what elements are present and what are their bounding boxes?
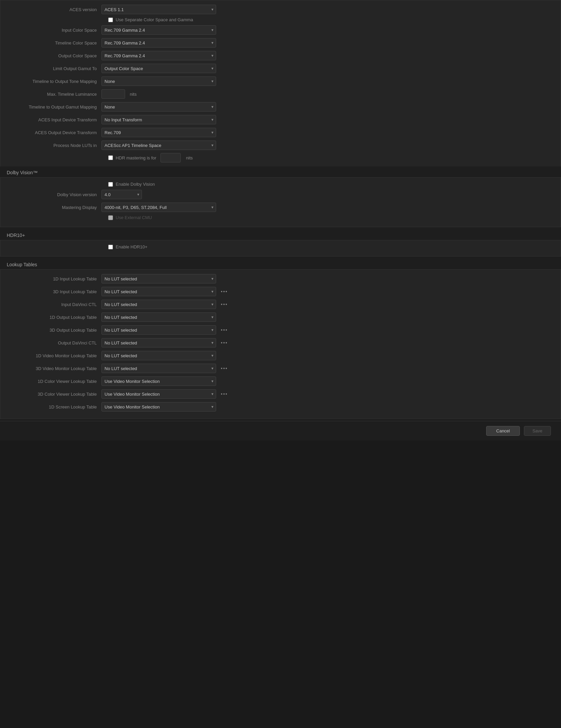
- luminance-nits-label: nits: [130, 92, 137, 97]
- lut-row-label-6: 1D Video Monitor Lookup Table: [7, 353, 101, 358]
- mastering-display-select-wrapper: 4000-nit, P3, D65, ST.2084, Full: [101, 203, 216, 212]
- lut-select-9[interactable]: Use Video Monitor Selection: [101, 389, 216, 399]
- max-timeline-luminance-row: Max. Timeline Luminance 100 nits: [7, 89, 554, 99]
- lut-select-2[interactable]: No LUT selected: [101, 300, 216, 309]
- aces-output-device-label: ACES Output Device Transform: [7, 130, 101, 135]
- timeline-tone-mapping-select[interactable]: None: [101, 77, 216, 86]
- enable-hdr10-checkbox[interactable]: [108, 245, 113, 249]
- limit-output-gamut-select-wrapper: Output Color Space: [101, 64, 216, 73]
- lut-settings-panel: 1D Input Lookup TableNo LUT selected3D I…: [0, 269, 561, 419]
- lut-row-label-8: 1D Color Viewer Lookup Table: [7, 379, 101, 384]
- aces-output-device-select[interactable]: Rec.709: [101, 128, 216, 137]
- dolby-version-label: Dolby Vision version: [7, 192, 101, 197]
- aces-output-device-control: Rec.709: [101, 128, 216, 137]
- enable-hdr10-row: Enable HDR10+: [7, 244, 554, 249]
- lut-select-0[interactable]: No LUT selected: [101, 274, 216, 283]
- save-button[interactable]: Save: [524, 426, 551, 436]
- timeline-gamut-mapping-label: Timeline to Output Gamut Mapping: [7, 104, 101, 110]
- use-external-cmu-label: Use External CMU: [116, 215, 152, 220]
- lut-row-label-7: 3D Video Monitor Lookup Table: [7, 366, 101, 371]
- output-color-space-row: Output Color Space Rec.709 Gamma 2.4: [7, 51, 554, 61]
- enable-dolby-row: Enable Dolby Vision: [7, 182, 554, 187]
- process-node-luts-select[interactable]: ACEScc AP1 Timeline Space: [101, 141, 216, 150]
- lut-row-label-0: 1D Input Lookup Table: [7, 276, 101, 281]
- lut-row-0: 1D Input Lookup TableNo LUT selected: [7, 274, 554, 284]
- dolby-settings-panel: Enable Dolby Vision Dolby Vision version…: [0, 177, 561, 227]
- mastering-display-control: 4000-nit, P3, D65, ST.2084, Full: [101, 203, 216, 212]
- separate-color-checkbox[interactable]: [108, 18, 113, 22]
- timeline-tone-mapping-label: Timeline to Output Tone Mapping: [7, 79, 101, 84]
- output-color-space-select-wrapper: Rec.709 Gamma 2.4: [101, 51, 216, 60]
- aces-input-device-select-wrapper: No Input Transform: [101, 115, 216, 124]
- lut-row-label-5: Output DaVinci CTL: [7, 340, 101, 345]
- hdr-mastering-checkbox[interactable]: [108, 155, 113, 160]
- lut-select-8[interactable]: Use Video Monitor Selection: [101, 376, 216, 386]
- enable-dolby-checkbox[interactable]: [108, 182, 113, 187]
- aces-input-device-control: No Input Transform: [101, 115, 216, 124]
- lut-select-1[interactable]: No LUT selected: [101, 287, 216, 296]
- input-color-space-select[interactable]: Rec.709 Gamma 2.4: [101, 25, 216, 35]
- limit-output-gamut-control: Output Color Space: [101, 64, 216, 73]
- hdr-mastering-label: HDR mastering is for: [116, 155, 156, 160]
- enable-dolby-label: Enable Dolby Vision: [116, 182, 155, 187]
- mastering-display-select[interactable]: 4000-nit, P3, D65, ST.2084, Full: [101, 203, 216, 212]
- dolby-version-select[interactable]: 4.0: [101, 190, 142, 199]
- timeline-color-space-label: Timeline Color Space: [7, 40, 101, 46]
- aces-version-label: ACES version: [7, 7, 101, 12]
- lut-row-6: 1D Video Monitor Lookup TableNo LUT sele…: [7, 351, 554, 361]
- separate-color-label: Use Separate Color Space and Gamma: [116, 17, 193, 22]
- dolby-version-control: 4.0: [101, 190, 216, 199]
- aces-version-select[interactable]: ACES 1.1: [101, 5, 216, 14]
- lut-more-btn-2[interactable]: •••: [219, 301, 230, 308]
- lut-more-btn-5[interactable]: •••: [219, 339, 230, 346]
- lut-section-header: Lookup Tables: [0, 259, 561, 269]
- output-color-space-select[interactable]: Rec.709 Gamma 2.4: [101, 51, 216, 60]
- lut-select-10[interactable]: Use Video Monitor Selection: [101, 402, 216, 412]
- max-timeline-luminance-input[interactable]: 100: [101, 89, 125, 99]
- lut-more-btn-1[interactable]: •••: [219, 288, 230, 295]
- lut-more-btn-4[interactable]: •••: [219, 327, 230, 333]
- lut-row-8: 1D Color Viewer Lookup TableUse Video Mo…: [7, 376, 554, 386]
- use-external-cmu-checkbox[interactable]: [108, 215, 113, 220]
- limit-output-gamut-label: Limit Output Gamut To: [7, 66, 101, 71]
- timeline-tone-mapping-row: Timeline to Output Tone Mapping None: [7, 76, 554, 86]
- lut-row-3: 1D Output Lookup TableNo LUT selected: [7, 312, 554, 322]
- hdr10-settings-panel: Enable HDR10+: [0, 240, 561, 256]
- lut-select-3[interactable]: No LUT selected: [101, 312, 216, 322]
- input-color-space-control: Rec.709 Gamma 2.4: [101, 25, 216, 35]
- process-node-luts-label: Process Node LUTs in: [7, 143, 101, 148]
- process-node-luts-select-wrapper: ACEScc AP1 Timeline Space: [101, 141, 216, 150]
- process-node-luts-control: ACEScc AP1 Timeline Space: [101, 141, 216, 150]
- dolby-version-select-wrapper: 4.0: [101, 190, 142, 199]
- dolby-section-title: Dolby Vision™: [7, 170, 38, 175]
- lut-select-5[interactable]: No LUT selected: [101, 338, 216, 347]
- cancel-button[interactable]: Cancel: [486, 426, 520, 436]
- hdr-mastering-input[interactable]: 1000: [160, 153, 181, 162]
- lut-more-btn-7[interactable]: •••: [219, 365, 230, 372]
- lut-more-btn-9[interactable]: •••: [219, 391, 230, 397]
- input-color-space-label: Input Color Space: [7, 28, 101, 33]
- aces-input-device-select[interactable]: No Input Transform: [101, 115, 216, 124]
- lut-select-6[interactable]: No LUT selected: [101, 351, 216, 360]
- lut-section-title: Lookup Tables: [7, 262, 37, 267]
- timeline-gamut-mapping-control: None: [101, 102, 216, 112]
- lut-row-label-4: 3D Output Lookup Table: [7, 328, 101, 333]
- limit-output-gamut-select[interactable]: Output Color Space: [101, 64, 216, 73]
- input-color-space-select-wrapper: Rec.709 Gamma 2.4: [101, 25, 216, 35]
- hdr-mastering-nits-label: nits: [186, 155, 193, 160]
- output-color-space-control: Rec.709 Gamma 2.4: [101, 51, 216, 60]
- timeline-color-space-select-wrapper: Rec.709 Gamma 2.4: [101, 38, 216, 48]
- lut-select-7[interactable]: No LUT selected: [101, 364, 216, 373]
- lut-row-9: 3D Color Viewer Lookup TableUse Video Mo…: [7, 389, 554, 399]
- mastering-display-row: Mastering Display 4000-nit, P3, D65, ST.…: [7, 202, 554, 212]
- lut-row-label-10: 1D Screen Lookup Table: [7, 404, 101, 410]
- lut-row-10: 1D Screen Lookup TableUse Video Monitor …: [7, 402, 554, 412]
- enable-hdr10-label: Enable HDR10+: [116, 244, 147, 249]
- timeline-gamut-mapping-select[interactable]: None: [101, 102, 216, 112]
- lut-row-5: Output DaVinci CTLNo LUT selected•••: [7, 338, 554, 348]
- lut-row-4: 3D Output Lookup TableNo LUT selected•••: [7, 325, 554, 335]
- timeline-tone-mapping-control: None: [101, 77, 216, 86]
- timeline-tone-mapping-select-wrapper: None: [101, 77, 216, 86]
- timeline-color-space-select[interactable]: Rec.709 Gamma 2.4: [101, 38, 216, 48]
- lut-select-4[interactable]: No LUT selected: [101, 325, 216, 335]
